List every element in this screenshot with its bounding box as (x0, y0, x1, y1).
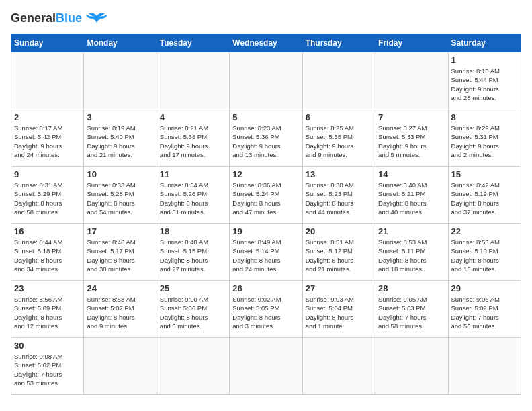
weekday-header-monday: Monday (84, 34, 157, 52)
calendar-cell: 28Sunrise: 9:05 AMSunset: 5:03 PMDayligh… (375, 281, 448, 338)
day-info: Sunrise: 8:23 AMSunset: 5:36 PMDaylight:… (232, 124, 299, 159)
calendar-cell (230, 338, 302, 395)
calendar-cell: 26Sunrise: 9:02 AMSunset: 5:05 PMDayligh… (230, 281, 302, 338)
calendar-cell: 11Sunrise: 8:34 AMSunset: 5:26 PMDayligh… (157, 167, 229, 224)
day-info: Sunrise: 8:49 AMSunset: 5:14 PMDaylight:… (232, 238, 299, 273)
calendar-cell (157, 338, 229, 395)
calendar-cell: 6Sunrise: 8:25 AMSunset: 5:35 PMDaylight… (302, 109, 375, 167)
calendar-cell (11, 52, 84, 109)
day-info: Sunrise: 8:36 AMSunset: 5:24 PMDaylight:… (232, 181, 299, 216)
calendar-cell: 5Sunrise: 8:23 AMSunset: 5:36 PMDaylight… (230, 109, 302, 167)
header: GeneralBlue (11, 11, 521, 26)
day-number: 9 (14, 169, 81, 179)
day-number: 8 (451, 112, 518, 122)
calendar-cell (157, 52, 229, 109)
day-number: 5 (232, 112, 299, 122)
weekday-header-sunday: Sunday (11, 34, 84, 52)
calendar-week-row: 9Sunrise: 8:31 AMSunset: 5:29 PMDaylight… (11, 167, 521, 224)
day-number: 29 (451, 283, 518, 293)
day-number: 18 (160, 226, 226, 236)
calendar-cell: 22Sunrise: 8:55 AMSunset: 5:10 PMDayligh… (448, 224, 521, 281)
logo-text: GeneralBlue (11, 11, 82, 26)
calendar-cell: 29Sunrise: 9:06 AMSunset: 5:02 PMDayligh… (448, 281, 521, 338)
day-info: Sunrise: 8:27 AMSunset: 5:33 PMDaylight:… (378, 124, 445, 159)
calendar-cell: 17Sunrise: 8:46 AMSunset: 5:17 PMDayligh… (84, 224, 157, 281)
calendar-body: 1Sunrise: 8:15 AMSunset: 5:44 PMDaylight… (11, 52, 521, 395)
logo: GeneralBlue (11, 11, 109, 26)
day-info: Sunrise: 8:38 AMSunset: 5:23 PMDaylight:… (306, 181, 372, 216)
day-number: 3 (87, 112, 153, 122)
day-number: 17 (87, 226, 153, 236)
calendar-cell: 16Sunrise: 8:44 AMSunset: 5:18 PMDayligh… (11, 224, 84, 281)
day-info: Sunrise: 8:17 AMSunset: 5:42 PMDaylight:… (14, 124, 81, 159)
day-info: Sunrise: 8:58 AMSunset: 5:07 PMDaylight:… (87, 295, 153, 330)
day-info: Sunrise: 9:06 AMSunset: 5:02 PMDaylight:… (451, 295, 518, 330)
day-info: Sunrise: 8:19 AMSunset: 5:40 PMDaylight:… (87, 124, 153, 159)
day-info: Sunrise: 8:33 AMSunset: 5:28 PMDaylight:… (87, 181, 153, 216)
day-number: 24 (87, 283, 153, 293)
calendar-cell: 15Sunrise: 8:42 AMSunset: 5:19 PMDayligh… (448, 167, 521, 224)
calendar-cell: 10Sunrise: 8:33 AMSunset: 5:28 PMDayligh… (84, 167, 157, 224)
calendar-cell: 2Sunrise: 8:17 AMSunset: 5:42 PMDaylight… (11, 109, 84, 167)
calendar-week-row: 30Sunrise: 9:08 AMSunset: 5:02 PMDayligh… (11, 338, 521, 395)
logo-bird-icon (85, 11, 109, 26)
calendar-cell: 12Sunrise: 8:36 AMSunset: 5:24 PMDayligh… (230, 167, 302, 224)
weekday-header-tuesday: Tuesday (157, 34, 229, 52)
day-info: Sunrise: 8:29 AMSunset: 5:31 PMDaylight:… (451, 124, 518, 159)
weekday-header-friday: Friday (375, 34, 448, 52)
calendar-cell: 18Sunrise: 8:48 AMSunset: 5:15 PMDayligh… (157, 224, 229, 281)
calendar-cell: 9Sunrise: 8:31 AMSunset: 5:29 PMDaylight… (11, 167, 84, 224)
calendar-cell: 3Sunrise: 8:19 AMSunset: 5:40 PMDaylight… (84, 109, 157, 167)
day-number: 2 (14, 112, 81, 122)
calendar-cell (84, 52, 157, 109)
day-info: Sunrise: 8:56 AMSunset: 5:09 PMDaylight:… (14, 295, 81, 330)
calendar-week-row: 1Sunrise: 8:15 AMSunset: 5:44 PMDaylight… (11, 52, 521, 109)
weekday-row: SundayMondayTuesdayWednesdayThursdayFrid… (11, 34, 521, 52)
day-info: Sunrise: 8:53 AMSunset: 5:11 PMDaylight:… (378, 238, 445, 273)
day-number: 28 (378, 283, 445, 293)
calendar-cell: 27Sunrise: 9:03 AMSunset: 5:04 PMDayligh… (302, 281, 375, 338)
calendar-table: SundayMondayTuesdayWednesdayThursdayFrid… (11, 34, 521, 395)
day-number: 19 (232, 226, 299, 236)
day-info: Sunrise: 9:03 AMSunset: 5:04 PMDaylight:… (306, 295, 372, 330)
day-number: 15 (451, 169, 518, 179)
calendar-cell (302, 52, 375, 109)
calendar-week-row: 16Sunrise: 8:44 AMSunset: 5:18 PMDayligh… (11, 224, 521, 281)
calendar-cell: 4Sunrise: 8:21 AMSunset: 5:38 PMDaylight… (157, 109, 229, 167)
calendar-cell (84, 338, 157, 395)
calendar-cell: 25Sunrise: 9:00 AMSunset: 5:06 PMDayligh… (157, 281, 229, 338)
day-number: 1 (451, 55, 518, 65)
calendar-cell: 8Sunrise: 8:29 AMSunset: 5:31 PMDaylight… (448, 109, 521, 167)
calendar-cell: 23Sunrise: 8:56 AMSunset: 5:09 PMDayligh… (11, 281, 84, 338)
calendar-cell: 14Sunrise: 8:40 AMSunset: 5:21 PMDayligh… (375, 167, 448, 224)
day-number: 25 (160, 283, 226, 293)
day-number: 26 (232, 283, 299, 293)
day-number: 27 (306, 283, 372, 293)
day-info: Sunrise: 9:05 AMSunset: 5:03 PMDaylight:… (378, 295, 445, 330)
day-info: Sunrise: 8:55 AMSunset: 5:10 PMDaylight:… (451, 238, 518, 273)
day-number: 6 (306, 112, 372, 122)
calendar-header: SundayMondayTuesdayWednesdayThursdayFrid… (11, 34, 521, 52)
calendar-cell (302, 338, 375, 395)
day-number: 16 (14, 226, 81, 236)
day-number: 11 (160, 169, 226, 179)
calendar-week-row: 23Sunrise: 8:56 AMSunset: 5:09 PMDayligh… (11, 281, 521, 338)
calendar-cell: 21Sunrise: 8:53 AMSunset: 5:11 PMDayligh… (375, 224, 448, 281)
day-info: Sunrise: 8:34 AMSunset: 5:26 PMDaylight:… (160, 181, 226, 216)
day-info: Sunrise: 9:00 AMSunset: 5:06 PMDaylight:… (160, 295, 226, 330)
day-info: Sunrise: 8:40 AMSunset: 5:21 PMDaylight:… (378, 181, 445, 216)
calendar-cell: 30Sunrise: 9:08 AMSunset: 5:02 PMDayligh… (11, 338, 84, 395)
day-info: Sunrise: 9:02 AMSunset: 5:05 PMDaylight:… (232, 295, 299, 330)
calendar-cell (375, 338, 448, 395)
calendar-cell (375, 52, 448, 109)
day-info: Sunrise: 9:08 AMSunset: 5:02 PMDaylight:… (14, 352, 81, 387)
day-number: 22 (451, 226, 518, 236)
day-number: 4 (160, 112, 226, 122)
calendar-cell: 13Sunrise: 8:38 AMSunset: 5:23 PMDayligh… (302, 167, 375, 224)
day-info: Sunrise: 8:42 AMSunset: 5:19 PMDaylight:… (451, 181, 518, 216)
weekday-header-saturday: Saturday (448, 34, 521, 52)
day-info: Sunrise: 8:51 AMSunset: 5:12 PMDaylight:… (306, 238, 372, 273)
calendar-week-row: 2Sunrise: 8:17 AMSunset: 5:42 PMDaylight… (11, 109, 521, 167)
day-number: 13 (306, 169, 372, 179)
day-number: 12 (232, 169, 299, 179)
